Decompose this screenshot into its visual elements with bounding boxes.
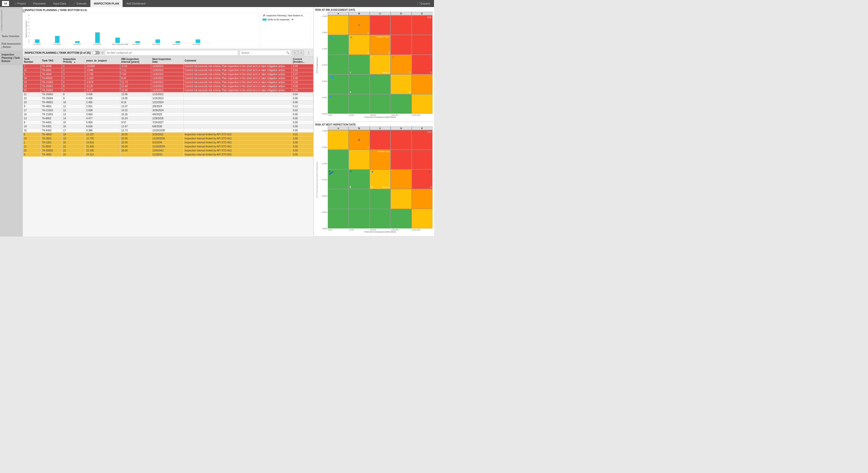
toggle-label: O — [101, 52, 103, 54]
table-row[interactable]: 4TK-40022324.51211/28/20..Inspection int… — [23, 153, 313, 157]
table-row[interactable]: 10TK-36011912.79520.0011/28/2030Inspecti… — [23, 136, 313, 140]
tab-project[interactable]: ⌂ Project — [11, 0, 30, 7]
table-row[interactable]: 12TK-80012-3.5487.1111/8/2021Current ris… — [23, 68, 313, 72]
svg-text:11/1/2045: 11/1/2045 — [192, 43, 200, 45]
legend-color-2 — [262, 19, 267, 21]
sidebar-item-risk-assessment[interactable]: Risk Assessment | Bottom — [0, 40, 22, 51]
svg-rect-16 — [135, 41, 140, 43]
legend-item-1[interactable]: 📌 Inspection Planning | Tank Bottom N... — [262, 14, 309, 17]
table-row[interactable]: 17TK-21002122.63814.223/29/20240.02 — [23, 108, 313, 113]
tab-parameter[interactable]: Parameter — [30, 0, 50, 7]
table-row[interactable]: 19TK-250016-0.13712.4811/8/2021Current r… — [23, 84, 313, 88]
expand-icon: ⛶ — [417, 2, 420, 5]
svg-text:6: 6 — [28, 21, 29, 23]
table-row[interactable]: 22TK-2500490.43613.051/15/20220.00 — [23, 96, 313, 100]
table-row[interactable]: 8TK-4401155.9599.577/24/20270.00 — [23, 121, 313, 125]
more-options-button[interactable]: ⋮ — [306, 50, 311, 56]
bar-chart-svg: 8 7 6 5 4 3 2 1 0 Tanks to be inspected — [25, 13, 258, 45]
right-panel: RISK AT RBI ASSESSMENT DATE POF (Inciden… — [313, 7, 434, 236]
table-row[interactable]: 7TK-40051-10.540-0.1811/8/2021Current ri… — [23, 64, 313, 68]
table-controls: O 🔍 ‹ › — [92, 50, 304, 56]
x-ticks-bottom: 1,000 10,000 100,000 1,000,000 10,000,00… — [328, 229, 433, 231]
tab-inspection-plan[interactable]: INSPECTION PLAN — [90, 0, 123, 7]
sidebar-toggle[interactable]: › — [22, 9, 25, 12]
tri-r3c1 — [330, 57, 332, 58]
dot-r1c2 — [359, 24, 360, 26]
search-icon[interactable]: 🔍 — [285, 51, 290, 55]
content-area: INSPECTION PLANNING | TANK BOTTOM N.I.D.… — [23, 7, 313, 236]
risk-bottom-y-label: POF at Next Inspection Date | Bottom [In… — [316, 162, 318, 198]
risk-bottom-matrix: 1 High — [328, 130, 433, 228]
expand-button[interactable]: ⛶ Expand — [415, 2, 432, 5]
table-row[interactable]: 18TK-210035-0.87411.7311/8/2021Current r… — [23, 80, 313, 84]
table-row[interactable]: 6TK-40043-1.7267.6311/8/2021Current risk… — [23, 72, 313, 76]
col-comment[interactable]: Comment — [184, 57, 292, 64]
col-tank-number[interactable]: TankNumber — [23, 57, 41, 64]
table-row[interactable]: 25TK-600022222.20530.0012/9/2042Inspecti… — [23, 149, 313, 153]
risk-chart-top: RISK AT RBI ASSESSMENT DATE POF (Inciden… — [314, 7, 434, 122]
svg-text:7: 7 — [28, 18, 29, 20]
home-icon: ⌂ — [14, 2, 16, 5]
sidebar-item-inspection-planning[interactable]: Inspection Planning | Tank Bottom — [0, 51, 22, 65]
check-icon: ✓ — [73, 2, 75, 5]
tab-execute[interactable]: ✓ Execute — [70, 0, 90, 7]
legend-item-2[interactable]: Tanks to be inspected 👁 — [262, 18, 309, 21]
svg-rect-12 — [55, 36, 60, 43]
chart-title: INSPECTION PLANNING | TANK BOTTOM N.I.D. — [25, 8, 311, 11]
svg-rect-13 — [75, 41, 80, 43]
tri-r2c2 — [350, 36, 352, 38]
col-next-inspection-date[interactable]: Next InspectionDate — [151, 57, 184, 64]
filter-input[interactable] — [105, 50, 238, 56]
sidebar: › Configured Dashboards Tanks Overview R… — [0, 7, 23, 236]
app-logo: GE — [2, 1, 9, 6]
table-row[interactable]: 24Tk-600014-1.1598.4211/8/2021Current ri… — [23, 76, 313, 80]
svg-rect-11 — [35, 39, 39, 43]
tab-add-dashboard[interactable]: Add Dashboard — [123, 0, 149, 7]
table-body: 7TK-40051-10.540-0.1811/8/2021Current ri… — [23, 64, 313, 157]
eye-icon[interactable]: 👁 — [291, 18, 293, 21]
table-row[interactable]: 15TK-6302179.38612.7312/26/20300.00 — [23, 129, 313, 132]
main-layout: › Configured Dashboards Tanks Overview R… — [0, 7, 434, 236]
risk-bottom-col-headers: A B C D E — [328, 127, 433, 130]
col-tank-tag[interactable]: Tank TAG — [41, 57, 62, 64]
filter-toggle[interactable] — [92, 51, 100, 55]
table-row[interactable]: 11Tk-36022121.63820.0011/28/2034Inspecti… — [23, 145, 313, 149]
pin-icon: 📌 — [262, 14, 265, 17]
table-header-bar: INSPECTION PLANNING | TANK BOTTOM [0 of … — [23, 49, 313, 57]
tri-r2c1 — [330, 36, 332, 38]
risk-top-x-label: Financial Consequence [$/incident] — [328, 116, 433, 118]
risk-top-matrix: 1 High — [328, 15, 433, 114]
sidebar-item-tanks-overview[interactable]: Tanks Overview — [0, 33, 22, 40]
svg-text:4: 4 — [28, 28, 29, 30]
table-row[interactable]: 23TK-45001102.4558.191/22/20240.00 — [23, 100, 313, 104]
table-row[interactable]: 1TK-10012013.81620.005/3/2034Inspection … — [23, 140, 313, 145]
table-row[interactable]: 13Tk-8002144.47715.241/29/20260.05 — [23, 117, 313, 121]
chart-section: INSPECTION PLANNING | TANK BOTTOM N.I.D.… — [23, 7, 313, 49]
table-row[interactable]: 16TK-21001133.66015.264/6/20250.00 — [23, 113, 313, 117]
search-input[interactable] — [240, 52, 285, 54]
svg-text:5: 5 — [28, 25, 29, 27]
svg-rect-14 — [95, 32, 100, 43]
col-current[interactable]: Current[Inciden... — [292, 57, 313, 64]
col-inspection-priority[interactable]: InspectionPriority ▲ — [62, 57, 85, 64]
table-row[interactable]: 14TK-6301168.83611.676/8/20300.00 — [23, 125, 313, 129]
table-row[interactable]: 5TK-40031810.10720.003/29/2031Inspection… — [23, 132, 313, 136]
svg-rect-15 — [115, 38, 120, 43]
table-wrapper: TankNumber Tank TAG InspectionPriority ▲… — [23, 57, 313, 236]
risk-chart-bottom-title: RISK AT NEXT INSPECTION DATE — [315, 123, 433, 126]
col-rbi-interval[interactable]: RBI InspectionInterval [years] — [120, 57, 151, 64]
table-title: INSPECTION PLANNING | TANK BOTTOM [0 of … — [25, 51, 90, 54]
col-years-to-inspect[interactable]: years_to_inspect — [85, 57, 120, 64]
table-row[interactable]: 9TK-4601112.50113.372/8/20240.12 — [23, 104, 313, 108]
search-box: 🔍 — [240, 50, 291, 56]
matrix-bottom-collapse[interactable]: ‹ — [434, 178, 434, 182]
tab-input-data[interactable]: Input Data — [50, 0, 70, 7]
table-row[interactable]: 21TK-2500380.43613.051/15/20220.04 — [23, 92, 313, 96]
table-row[interactable]: 20TK-250027-0.13712.4811/8/2021Current r… — [23, 88, 313, 92]
x-ticks-top: 1,000 10,000 100,000 1,000,000 10,000,00… — [328, 114, 433, 116]
svg-rect-18 — [176, 41, 180, 43]
svg-text:11/1/2036: 11/1/2036 — [132, 43, 140, 45]
svg-text:8: 8 — [28, 14, 29, 16]
prev-arrow[interactable]: ‹ — [292, 50, 298, 56]
next-arrow[interactable]: › — [299, 50, 304, 56]
